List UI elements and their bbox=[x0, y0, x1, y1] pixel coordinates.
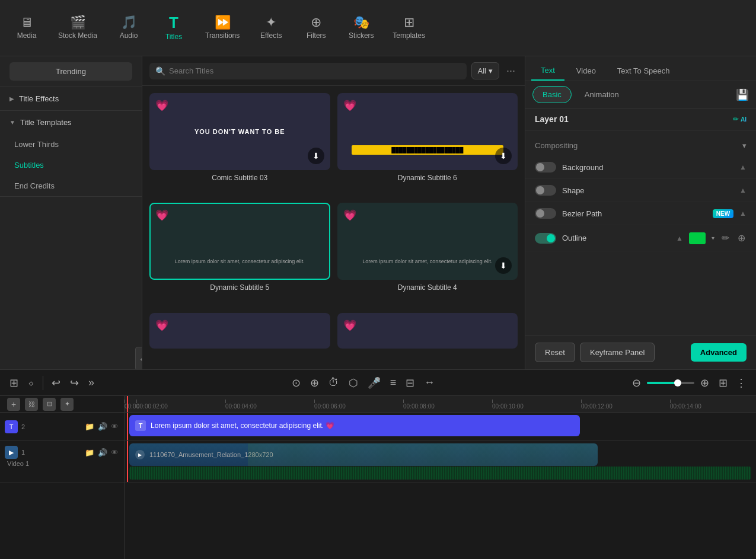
video-track-audio[interactable]: 🔊 bbox=[97, 448, 108, 458]
timeline-content: + ⛓ ⊟ ✦ T 2 📁 🔊 👁 ▶ 1 bbox=[0, 396, 756, 559]
tl-redo-button[interactable]: ↪ bbox=[68, 374, 81, 392]
tab-video[interactable]: Video bbox=[567, 61, 605, 81]
nav-media[interactable]: 🖥 Media bbox=[6, 12, 47, 43]
title-effects-header[interactable]: ▶ Title Effects bbox=[0, 87, 142, 110]
title-effects-arrow: ▶ bbox=[9, 95, 14, 102]
nav-transitions[interactable]: ⏩ Transitions bbox=[198, 12, 247, 43]
search-input[interactable] bbox=[169, 66, 461, 75]
tl-more-button[interactable]: » bbox=[86, 374, 97, 391]
download-icon-4[interactable]: ⬇ bbox=[495, 257, 512, 274]
color-dropdown-icon[interactable]: ▾ bbox=[712, 235, 714, 241]
dynamic-bar: ███████████████████ bbox=[352, 145, 503, 155]
video-track-folder[interactable]: 📁 bbox=[84, 448, 95, 458]
split-track-button[interactable]: ⊟ bbox=[43, 398, 56, 411]
right-panel-sub-tabs: Basic Animation 💾 bbox=[525, 81, 756, 108]
zoom-slider[interactable] bbox=[647, 382, 694, 384]
download-icon-2[interactable]: ⬇ bbox=[495, 148, 512, 164]
trending-button[interactable]: Trending bbox=[9, 62, 132, 81]
tl-mask-button[interactable]: ⬡ bbox=[346, 374, 361, 392]
tl-split-button[interactable]: ⊟ bbox=[403, 374, 417, 392]
text-track-folder[interactable]: 📁 bbox=[84, 421, 95, 432]
ruler-marks: 00:00 00:00:02:00 00:00:04:00 00:00:06:0… bbox=[125, 400, 756, 410]
nav-titles[interactable]: T Titles bbox=[153, 11, 194, 44]
title-templates-header[interactable]: ▼ Title Templates bbox=[0, 111, 142, 134]
ruler-playhead bbox=[127, 396, 128, 412]
outline-toggle-knob bbox=[547, 234, 555, 242]
compositing-section[interactable]: Compositing ▾ bbox=[525, 135, 756, 156]
more-options-button[interactable]: ··· bbox=[504, 62, 518, 79]
text-track-eye[interactable]: 👁 bbox=[110, 421, 119, 432]
outline-up-arrow[interactable]: ▲ bbox=[676, 234, 683, 242]
thumb-dynamic-subtitle-4[interactable]: 💗 Lorem ipsum dolor sit amet, consectetu… bbox=[337, 203, 518, 305]
nav-effects[interactable]: ✦ Effects bbox=[250, 12, 292, 43]
tl-stretch-button[interactable]: ↔ bbox=[422, 374, 437, 391]
timeline-mode-button[interactable]: ✦ bbox=[60, 398, 74, 411]
bezier-expand-icon[interactable]: ▲ bbox=[739, 209, 747, 218]
nav-templates[interactable]: ⊞ Templates bbox=[385, 12, 432, 43]
sidebar-title-effects-section: ▶ Title Effects bbox=[0, 87, 142, 111]
keyframe-panel-button[interactable]: Keyframe Panel bbox=[580, 343, 655, 362]
outline-add-icon[interactable]: ⊕ bbox=[736, 231, 747, 245]
tl-settings-button[interactable]: ⋮ bbox=[733, 374, 749, 392]
text-track-audio[interactable]: 🔊 bbox=[97, 421, 108, 432]
sidebar-end-credits[interactable]: End Credits bbox=[0, 175, 142, 196]
sidebar-subtitles[interactable]: Subtitles bbox=[0, 155, 142, 175]
add-track-button[interactable]: + bbox=[7, 398, 20, 411]
subtab-animation[interactable]: Animation bbox=[575, 87, 629, 103]
search-bar: 🔍 All ▾ ··· bbox=[142, 56, 525, 86]
bezier-toggle[interactable] bbox=[535, 208, 556, 219]
title-effects-label: Title Effects bbox=[19, 94, 59, 103]
outline-toggle[interactable] bbox=[535, 233, 556, 244]
tl-undo-button[interactable]: ↩ bbox=[49, 374, 63, 392]
tl-layout-button[interactable]: ⊞ bbox=[716, 374, 730, 392]
video-track-label: Video 1 bbox=[5, 460, 29, 467]
tl-right-tools: ⊞ ⋮ bbox=[716, 374, 749, 392]
outline-eyedropper-icon[interactable]: ✏ bbox=[720, 231, 731, 245]
download-icon[interactable]: ⬇ bbox=[308, 148, 324, 164]
tl-add-clip-button[interactable]: ⊕ bbox=[308, 374, 321, 392]
tl-timer-button[interactable]: ⏱ bbox=[326, 374, 342, 391]
tl-zoom-out-button[interactable]: ⊖ bbox=[630, 374, 643, 392]
text-clip[interactable]: T Lorem ipsum dolor sit amet, consectetu… bbox=[129, 415, 580, 436]
video-clip[interactable]: ▶ 1110670_Amusement_Relation_1280x720 bbox=[129, 443, 598, 466]
thumb-row3-left[interactable]: 💗 bbox=[149, 313, 330, 362]
nav-stock-media[interactable]: 🎬 Stock Media bbox=[51, 12, 104, 43]
thumb-row3-right[interactable]: 💗 bbox=[337, 313, 518, 362]
save-preset-button[interactable]: 💾 bbox=[736, 88, 749, 101]
tl-zoom-in-button[interactable]: ⊕ bbox=[698, 374, 712, 392]
reset-button[interactable]: Reset bbox=[535, 343, 575, 362]
zoom-slider-wrap: ⊖ ⊕ bbox=[630, 374, 712, 392]
thumb-dynamic-subtitle-5[interactable]: 💗 Lorem ipsum dolor sit amet, consectetu… bbox=[149, 203, 330, 305]
advanced-button[interactable]: Advanced bbox=[691, 343, 747, 362]
nav-stickers[interactable]: 🎭 Stickers bbox=[340, 12, 382, 43]
video-track-eye[interactable]: 👁 bbox=[110, 448, 119, 458]
tl-play-mode-button[interactable]: ⊙ bbox=[289, 374, 303, 392]
link-button[interactable]: ⛓ bbox=[25, 398, 38, 411]
tab-text-to-speech[interactable]: Text To Speech bbox=[608, 61, 680, 81]
sidebar-collapse-button[interactable]: ‹ bbox=[135, 347, 142, 369]
shape-toggle[interactable] bbox=[535, 185, 556, 196]
nav-audio-label: Audio bbox=[120, 31, 138, 40]
nav-audio[interactable]: 🎵 Audio bbox=[108, 12, 149, 43]
background-toggle[interactable] bbox=[535, 162, 556, 173]
sidebar-lower-thirds[interactable]: Lower Thirds bbox=[0, 134, 142, 155]
nav-filters[interactable]: ⊕ Filters bbox=[295, 12, 337, 43]
tl-mic-button[interactable]: 🎤 bbox=[365, 374, 383, 392]
text-track-actions: 📁 🔊 👁 bbox=[84, 421, 119, 432]
background-expand-icon[interactable]: ▲ bbox=[739, 163, 747, 171]
thumb-comic-subtitle-03[interactable]: 💗 YOU DON'T WANT TO BE ⬇ Comic Subtitle … bbox=[149, 93, 330, 196]
shape-expand-icon[interactable]: ▲ bbox=[739, 186, 747, 194]
compositing-arrow: ▾ bbox=[742, 141, 747, 150]
tl-subtitle-button[interactable]: ≡ bbox=[388, 374, 399, 391]
nav-templates-label: Templates bbox=[393, 31, 425, 40]
subtab-basic[interactable]: Basic bbox=[532, 86, 572, 103]
right-panel-tabs: Text Video Text To Speech bbox=[525, 56, 756, 81]
video-track-icon: ▶ bbox=[5, 446, 18, 459]
thumb-dynamic-subtitle-6[interactable]: 💗 ███████████████████ ⬇ Dynamic Subtitle… bbox=[337, 93, 518, 196]
outline-color-swatch[interactable] bbox=[689, 232, 706, 244]
tab-text[interactable]: Text bbox=[531, 61, 564, 81]
filter-dropdown[interactable]: All ▾ bbox=[471, 62, 499, 79]
tl-magnet-button[interactable]: ⬦ bbox=[25, 374, 37, 391]
tl-group-button[interactable]: ⊞ bbox=[7, 374, 21, 392]
ai-label: AI bbox=[741, 116, 747, 123]
